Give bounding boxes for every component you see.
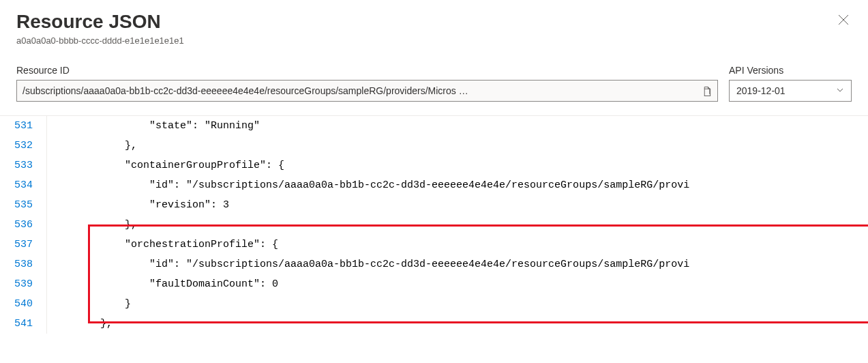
api-versions-label: API Versions bbox=[729, 65, 852, 76]
line-number: 533 bbox=[0, 156, 33, 175]
api-versions-value: 2019-12-01 bbox=[736, 85, 785, 96]
line-number: 534 bbox=[0, 175, 33, 195]
resource-id-label: Resource ID bbox=[16, 65, 718, 76]
code-line: "id": "/subscriptions/aaaa0a0a-bb1b-cc2c… bbox=[51, 255, 868, 274]
resource-id-input[interactable]: /subscriptions/aaaa0a0a-bb1b-cc2c-dd3d-e… bbox=[23, 85, 698, 96]
code-line: "faultDomainCount": 0 bbox=[51, 274, 868, 294]
page-subtitle: a0a0a0a0-bbbb-cccc-dddd-e1e1e1e1e1e1 bbox=[16, 35, 852, 46]
code-line: }, bbox=[51, 314, 868, 334]
line-number: 536 bbox=[0, 215, 33, 235]
code-line: "orchestrationProfile": { bbox=[51, 235, 868, 255]
line-number: 537 bbox=[0, 235, 33, 255]
line-number: 532 bbox=[0, 136, 33, 156]
code-line: "revision": 3 bbox=[51, 195, 868, 215]
code-line: } bbox=[51, 294, 868, 314]
api-versions-select[interactable]: 2019-12-01 bbox=[729, 80, 852, 102]
code-line: "id": "/subscriptions/aaaa0a0a-bb1b-cc2c… bbox=[51, 175, 868, 195]
copy-icon[interactable] bbox=[702, 86, 712, 96]
line-number-gutter: 531532533534535536537538539540541 bbox=[0, 116, 46, 334]
code-line: }, bbox=[51, 215, 868, 235]
code-line: "state": "Running" bbox=[51, 116, 868, 136]
line-number: 535 bbox=[0, 195, 33, 215]
resource-id-input-wrapper: /subscriptions/aaaa0a0a-bb1b-cc2c-dd3d-e… bbox=[16, 80, 718, 102]
code-line: }, bbox=[51, 136, 868, 156]
chevron-down-icon bbox=[836, 85, 844, 97]
line-number: 538 bbox=[0, 255, 33, 274]
line-number: 541 bbox=[0, 314, 33, 334]
line-number: 531 bbox=[0, 116, 33, 136]
page-title: Resource JSON bbox=[16, 11, 161, 33]
line-number: 539 bbox=[0, 274, 33, 294]
code-content[interactable]: "state": "Running" }, "containerGroupPro… bbox=[46, 116, 868, 334]
code-viewer: 531532533534535536537538539540541 "state… bbox=[0, 115, 868, 334]
close-icon[interactable] bbox=[835, 11, 852, 30]
code-line: "containerGroupProfile": { bbox=[51, 156, 868, 175]
line-number: 540 bbox=[0, 294, 33, 314]
